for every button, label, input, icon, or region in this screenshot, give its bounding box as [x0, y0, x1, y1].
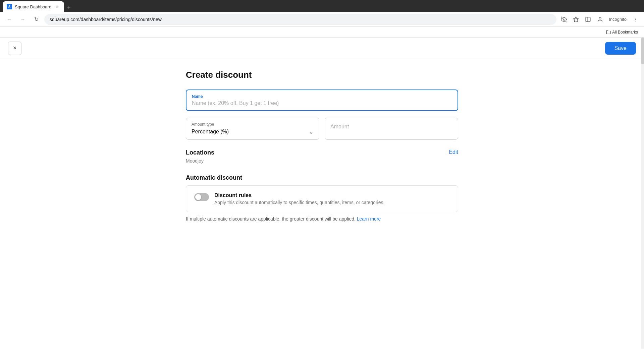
address-bar[interactable]	[44, 14, 556, 25]
discount-rules-text: Discount rules Apply this discount autom…	[214, 192, 384, 205]
star-icon[interactable]	[571, 15, 581, 24]
tab-favicon: S	[7, 4, 12, 9]
amount-type-select-row[interactable]: Percentage (%) ⌄	[192, 128, 314, 135]
locations-title: Locations	[186, 149, 214, 156]
address-input[interactable]	[50, 17, 551, 22]
incognito-label: Incognito	[607, 17, 628, 22]
address-bar-row: ← → ↻	[0, 12, 644, 27]
back-button[interactable]: ←	[4, 14, 15, 25]
form-container: Create discount Name Amount type Percent…	[178, 70, 466, 222]
eye-off-icon[interactable]	[559, 15, 569, 24]
browser-menu-button[interactable]: ⋮	[631, 15, 640, 24]
new-tab-button[interactable]: +	[64, 3, 73, 12]
close-button[interactable]: ×	[8, 42, 21, 55]
amount-row: Amount type Percentage (%) ⌄ Amount	[186, 118, 458, 140]
name-input[interactable]	[192, 100, 452, 106]
tab-close-button[interactable]: ✕	[54, 4, 60, 10]
auto-discount-note-text: If multiple automatic discounts are appl…	[186, 216, 356, 222]
discount-rules-card: Discount rules Apply this discount autom…	[186, 185, 458, 212]
amount-placeholder: Amount	[330, 122, 452, 131]
name-field-wrapper: Name	[186, 89, 458, 111]
page-header: × Save	[0, 38, 644, 59]
name-field-label: Name	[192, 94, 452, 99]
automatic-discount-title: Automatic discount	[186, 174, 458, 181]
discount-rules-description: Apply this discount automatically to spe…	[214, 200, 384, 205]
page-title: Create discount	[186, 70, 458, 80]
sidebar-icon[interactable]	[583, 15, 593, 24]
all-bookmarks-label: All Bookmarks	[612, 30, 638, 35]
locations-section: Locations Moodjoy Edit	[186, 149, 458, 165]
all-bookmarks-folder[interactable]: All Bookmarks	[604, 29, 640, 35]
browser-toolbar-icons: Incognito ⋮	[559, 15, 640, 24]
automatic-discount-section: Automatic discount Discount rules Apply …	[186, 174, 458, 222]
discount-rules-title: Discount rules	[214, 192, 384, 198]
learn-more-link[interactable]: Learn more	[357, 216, 381, 222]
svg-marker-1	[574, 17, 579, 21]
toggle-slider	[194, 193, 209, 201]
amount-type-value: Percentage (%)	[192, 129, 229, 135]
tab-title: Square Dashboard	[15, 4, 51, 9]
svg-rect-2	[586, 17, 590, 22]
page-content: × Save Create discount Name Amount type …	[0, 38, 644, 349]
reload-button[interactable]: ↻	[31, 14, 42, 25]
amount-type-select-wrapper[interactable]: Amount type Percentage (%) ⌄	[186, 118, 319, 140]
forward-button[interactable]: →	[17, 14, 28, 25]
locations-info: Locations Moodjoy	[186, 149, 214, 165]
chevron-down-icon: ⌄	[309, 128, 314, 135]
bookmarks-bar: All Bookmarks	[0, 27, 644, 38]
amount-type-label: Amount type	[192, 122, 314, 127]
auto-discount-note: If multiple automatic discounts are appl…	[186, 216, 458, 222]
locations-edit-link[interactable]: Edit	[449, 149, 458, 155]
browser-tab-active[interactable]: S Square Dashboard ✕	[3, 1, 64, 12]
amount-field-wrapper[interactable]: Amount	[325, 118, 458, 140]
profile-button[interactable]	[595, 15, 605, 24]
svg-point-4	[599, 17, 601, 19]
save-button[interactable]: Save	[605, 42, 636, 55]
discount-rules-toggle[interactable]	[194, 193, 209, 201]
location-name: Moodjoy	[186, 158, 214, 164]
form-area[interactable]: Create discount Name Amount type Percent…	[0, 59, 644, 349]
